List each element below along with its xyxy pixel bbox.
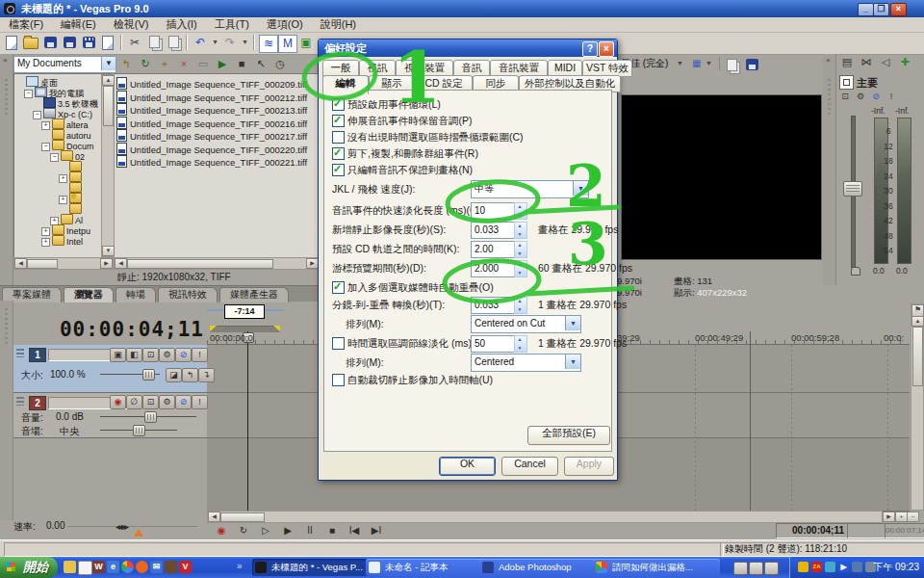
solo-icon[interactable]: ! — [192, 348, 208, 362]
file-list-item[interactable]: Untitled_Image Sequence_TIFF_000209.tiff — [116, 77, 307, 90]
option-checkbox[interactable] — [332, 131, 345, 144]
file-list-item[interactable]: Untitled_Image Sequence_TIFF_000212.tiff — [116, 91, 307, 103]
up-level-icon[interactable]: ↰ — [117, 57, 135, 71]
save-as-icon[interactable] — [61, 35, 78, 51]
track-fx-icon[interactable]: ⚙ — [159, 395, 175, 409]
ie-icon[interactable]: e — [107, 561, 119, 573]
tree-expand-toggle[interactable]: − — [41, 143, 50, 151]
volume-slider-handle[interactable] — [144, 411, 157, 423]
auto-trim-checkbox[interactable] — [332, 374, 345, 386]
chevron-down-icon[interactable]: ▼ — [573, 181, 588, 196]
tree-item[interactable]: −我的電腦 — [24, 87, 84, 97]
level-slider-handle[interactable] — [142, 369, 155, 381]
save-snapshot-icon[interactable] — [746, 59, 758, 70]
quick-fade-spinner[interactable]: 10▲▼ — [471, 202, 516, 220]
spinner-arrows[interactable]: ▲▼ — [514, 202, 527, 220]
master-fader-handle[interactable] — [843, 181, 862, 197]
track-motion-icon[interactable]: ▣ — [110, 348, 126, 362]
new-project-icon[interactable] — [3, 35, 20, 51]
project-properties-icon[interactable] — [99, 35, 116, 51]
auto-preview-icon[interactable]: ↖ — [252, 57, 270, 71]
tab-media-generators[interactable]: 媒體產生器 — [219, 287, 289, 302]
cancel-button[interactable]: Cancel — [501, 457, 558, 476]
delete-icon[interactable]: × — [175, 57, 192, 71]
menu-help[interactable]: 說明(H) — [312, 17, 365, 32]
spinner-arrows[interactable]: ▲▼ — [514, 260, 527, 277]
chrome-icon[interactable] — [121, 561, 134, 573]
tree-item[interactable]: +Al — [50, 214, 83, 224]
cut-to-overlap-spinner[interactable]: 0.033▲▼ — [471, 297, 516, 314]
apply-button[interactable]: Apply — [564, 457, 614, 476]
tab-transitions[interactable]: 轉場 — [116, 287, 156, 302]
jkl-speed-dropdown[interactable]: 中等▼ — [471, 180, 589, 198]
language-bar-monitor-icon[interactable] — [764, 562, 779, 575]
chevron-down-icon[interactable]: ▼ — [101, 57, 116, 70]
undo-dropdown-icon[interactable]: ▾ — [211, 35, 219, 51]
task-notepad[interactable]: 未命名 - 記事本 — [366, 559, 493, 576]
timeline-vscrollbar[interactable]: ⚑ ▲ — [911, 303, 924, 511]
help-icon[interactable]: ? — [582, 41, 598, 57]
utility-tray-icon[interactable] — [825, 562, 835, 572]
tree-item[interactable] — [59, 203, 84, 214]
player-tray-icon[interactable]: ▶ — [838, 562, 849, 572]
chevron-down-icon[interactable]: ▼ — [677, 56, 683, 71]
spinner-arrows[interactable]: ▲▼ — [514, 222, 527, 239]
stop-preview-icon[interactable]: ■ — [233, 57, 250, 71]
option-checkbox[interactable] — [332, 147, 345, 160]
stop-button[interactable]: ■ — [322, 523, 342, 538]
tree-item[interactable]: +altera — [41, 118, 89, 129]
automation-icon[interactable]: ⊡ — [837, 92, 853, 101]
scroll-right-button[interactable]: ▶ — [883, 512, 895, 522]
menu-edit[interactable]: 編輯(E) — [52, 17, 105, 32]
still-image-length-spinner[interactable]: 0.033▲▼ — [471, 222, 516, 239]
invert-phase-icon[interactable]: ∅ — [126, 395, 142, 409]
task-photoshop[interactable]: Adobe Photoshop — [479, 559, 606, 576]
track-fx-icon[interactable]: ⚙ — [159, 348, 175, 362]
solo-icon[interactable]: ! — [192, 395, 208, 409]
ok-button[interactable]: OK — [439, 457, 496, 476]
mail-icon[interactable]: ✉ — [150, 561, 163, 573]
tree-item[interactable]: + — [59, 193, 84, 203]
menu-options[interactable]: 選項(O) — [258, 17, 312, 32]
tree-item[interactable] — [59, 161, 84, 171]
task-vegas[interactable]: 未標題的 * - Vegas P... — [252, 559, 379, 576]
tree-expand-toggle[interactable]: − — [33, 111, 41, 119]
loop-playback-button[interactable]: ↻ — [234, 523, 253, 538]
cut-icon[interactable]: ✂ — [126, 35, 143, 51]
cd-gap-spinner[interactable]: 2.00▲▼ — [471, 241, 516, 258]
tree-item[interactable]: −Xp-c (C:) — [33, 108, 92, 118]
tab-video-fx[interactable]: 視訊特效 — [158, 287, 218, 302]
tree-hscrollbar[interactable]: ◀▶ — [13, 257, 114, 270]
tree-expand-toggle[interactable]: − — [50, 153, 59, 162]
chevron-down-icon[interactable]: ▼ — [565, 355, 580, 369]
task-chrome[interactable]: 請問如何做出漏格... — [593, 559, 720, 576]
auto-overlap-checkbox[interactable] — [332, 281, 345, 294]
menu-view[interactable]: 檢視(V) — [105, 17, 158, 32]
spinner-arrows[interactable]: ▲▼ — [514, 335, 527, 353]
automation-icon[interactable]: ⊡ — [142, 348, 159, 362]
master-bus-icon[interactable] — [839, 75, 854, 90]
mute-icon[interactable]: ⊘ — [175, 395, 192, 409]
mute-icon[interactable]: ⊘ — [175, 348, 192, 362]
views-icon[interactable]: ◷ — [271, 57, 289, 71]
downmix-icon[interactable]: ⋈ — [859, 56, 874, 68]
make-parent-icon[interactable]: ↰ — [182, 368, 198, 382]
file-list-item[interactable]: Untitled_Image Sequence_TIFF_000221.tiff — [116, 155, 307, 168]
playhead-cursor[interactable] — [247, 331, 248, 512]
track-grip[interactable] — [16, 349, 24, 357]
save-icon[interactable] — [41, 35, 59, 51]
file-list-item[interactable]: Untitled_Image Sequence_TIFF_000220.tiff — [116, 143, 307, 155]
close-icon[interactable]: × — [599, 41, 614, 57]
tool-cube-icon[interactable]: ▣ — [297, 35, 315, 51]
maximize-button[interactable]: ❐ — [873, 3, 889, 16]
w-icon[interactable]: W — [92, 561, 105, 573]
tree-item[interactable]: −02 — [50, 150, 85, 161]
spinner-arrows[interactable]: ▲▼ — [514, 297, 527, 314]
new-folder-icon[interactable]: + — [156, 57, 173, 71]
mute-icon[interactable]: ⊘ — [868, 92, 884, 101]
minimize-button[interactable]: _ — [858, 3, 874, 16]
play-from-start-button[interactable]: ▷ — [256, 523, 275, 538]
document-icon[interactable] — [78, 561, 92, 575]
tree-expand-toggle[interactable]: − — [24, 90, 33, 98]
composite-child-icon[interactable]: ◪ — [166, 368, 182, 382]
